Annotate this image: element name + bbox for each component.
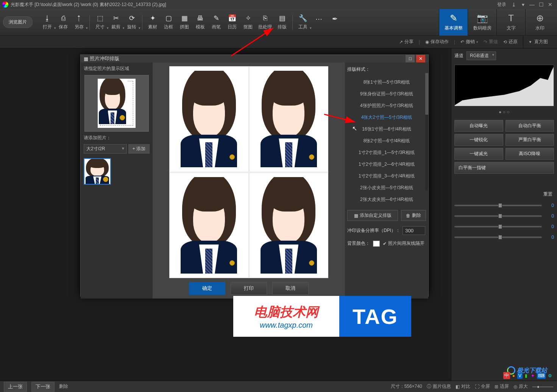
border-button[interactable]: ▢边框 xyxy=(161,14,176,30)
close-icon[interactable]: ✕ xyxy=(546,1,555,8)
ok-button[interactable]: 确定 xyxy=(189,282,225,295)
photo-thumbnail[interactable] xyxy=(84,158,111,185)
wb-pointer-button[interactable]: 白平衡一指键 xyxy=(454,162,554,174)
orig-button[interactable]: ◎原大 xyxy=(513,383,528,390)
crop-preview[interactable] xyxy=(84,75,149,132)
dialog-close-icon[interactable]: ✕ xyxy=(416,55,425,62)
fit-button[interactable]: ⊞适屏 xyxy=(495,383,509,390)
reset-button[interactable]: 重置 xyxy=(543,191,552,197)
style-item[interactable]: 4张大2寸照—5寸/3R相纸 xyxy=(347,112,426,123)
layout-sheet xyxy=(169,66,328,278)
style-item[interactable]: 8张1寸照—5寸/3R相纸 xyxy=(347,76,426,88)
chevron-down-icon[interactable]: ▼ xyxy=(529,40,532,44)
style-label: 排版样式： xyxy=(347,66,426,73)
dropper-button[interactable]: ✒ xyxy=(327,15,343,30)
style-item[interactable]: 1寸2寸混排_3—6寸/4R相纸 xyxy=(347,170,426,182)
plus-icon: ▦ xyxy=(354,213,358,218)
style-item[interactable]: 2张小皮夹照—5寸/3R相纸 xyxy=(347,182,426,194)
right-panel: 通道 RGB通道 ● ○ ○ 自动曝光 自动白平衡 一键锐化 严重白平衡 一键减… xyxy=(451,48,557,381)
reduce-light-button[interactable]: 一键减光 xyxy=(454,148,503,160)
channel-label: 通道 xyxy=(454,53,463,59)
info-button[interactable]: ⓘ图片信息 xyxy=(427,383,451,390)
tab-text[interactable]: T文字 xyxy=(496,9,525,36)
maximize-icon[interactable]: ☐ xyxy=(537,1,546,8)
tools-icon: 🔧 xyxy=(299,14,307,22)
restore-button[interactable]: ⟲还原 xyxy=(503,39,518,45)
dialog-maximize-icon[interactable]: ☐ xyxy=(406,55,415,62)
brush-button[interactable]: ✎画笔 xyxy=(208,14,224,30)
fullscreen-button[interactable]: ⛶全屏 xyxy=(475,383,490,390)
open-button[interactable]: ⭳打开 xyxy=(39,14,55,30)
style-item[interactable]: 1寸2寸混排_2—6寸/4R相纸 xyxy=(347,159,426,170)
photo-size-select[interactable]: 大2寸/2R xyxy=(84,144,127,154)
dpi-input[interactable] xyxy=(403,226,425,235)
style-item[interactable]: 9张身份证照—5寸/3R相纸 xyxy=(347,88,426,100)
minimize-icon[interactable]: — xyxy=(527,1,537,8)
browse-button[interactable]: 浏览图片 xyxy=(3,16,33,28)
bg-color-swatch[interactable] xyxy=(373,241,380,247)
rotate-button[interactable]: ⟳旋转 xyxy=(124,14,140,30)
auto-exposure-button[interactable]: 自动曝光 xyxy=(454,120,503,132)
pin-icon[interactable]: ⤓ xyxy=(509,1,518,8)
add-photo-button[interactable]: + 添加 xyxy=(128,144,150,154)
slider-1[interactable]: 0 xyxy=(454,203,554,208)
share-button[interactable]: ↗分享 xyxy=(399,39,413,45)
dropdown-icon[interactable]: ▾ xyxy=(518,1,527,8)
style-item[interactable]: 1寸2寸混排_1—5寸/3R相纸 xyxy=(347,147,426,159)
strict-wb-button[interactable]: 严重白平衡 xyxy=(506,134,554,146)
layout-button[interactable]: ▤排版 xyxy=(274,14,290,30)
collage-button[interactable]: ▦拼图 xyxy=(176,14,192,30)
next-button[interactable]: 下一张 xyxy=(31,382,55,392)
prev-button[interactable]: 上一张 xyxy=(4,382,27,392)
style-item[interactable]: 16张1寸照—6寸/4R相纸 xyxy=(347,123,426,135)
tab-basic[interactable]: ✎基本调整 xyxy=(439,9,468,36)
tab-darkroom[interactable]: 📷数码暗房 xyxy=(468,9,496,36)
undo-button[interactable]: ↶撤销▾ xyxy=(460,39,478,45)
cancel-button[interactable]: 取消 xyxy=(272,282,309,295)
slider-3[interactable]: 0 xyxy=(454,224,554,229)
slider-2[interactable]: 0 xyxy=(454,213,554,219)
template-icon: 🖶 xyxy=(196,14,204,22)
save-action-button[interactable]: ◉保存动作 xyxy=(425,39,449,45)
dropper-icon: ✒ xyxy=(331,15,339,23)
fit-icon: ⊞ xyxy=(495,384,498,389)
delete-button[interactable]: 删除 xyxy=(59,383,68,390)
add-custom-layout-button[interactable]: ▦添加自定义排版 xyxy=(347,210,398,221)
channel-select[interactable]: RGB通道 xyxy=(467,51,496,60)
size-button[interactable]: ⬚尺寸 xyxy=(92,14,108,30)
cutout-button[interactable]: ✧抠图 xyxy=(240,14,256,30)
size-icon: ⬚ xyxy=(96,14,104,22)
trash-icon: 🗑 xyxy=(406,213,410,218)
iso-button[interactable]: 高ISO降噪 xyxy=(506,148,554,160)
slider-4[interactable]: 0 xyxy=(454,235,554,240)
save-button[interactable]: ⎙保存 xyxy=(55,14,71,30)
sharpen-button[interactable]: 一键锐化 xyxy=(454,134,503,146)
rotate-icon: ⟳ xyxy=(128,14,136,22)
zoom-slider[interactable]: —●——— xyxy=(532,384,553,389)
title-bar: 光影魔术手 [D:\tools\桌面\work (2) \work (0) 素材… xyxy=(0,0,557,9)
style-item[interactable]: 4张护照照片—5寸/3R相纸 xyxy=(347,100,426,112)
cutout-icon: ✧ xyxy=(244,14,252,22)
delete-layout-button[interactable]: 🗑删除 xyxy=(401,210,426,221)
calendar-button[interactable]: 📅日历 xyxy=(224,14,240,30)
saveas-button[interactable]: ⭫另存 xyxy=(71,14,87,30)
auto-wb-button[interactable]: 自动白平衡 xyxy=(506,120,554,132)
crop-icon: ✂ xyxy=(112,14,120,22)
batch-button[interactable]: ⎘批处理 xyxy=(256,14,274,30)
more-button[interactable]: ⋯ xyxy=(311,15,327,30)
login-button[interactable]: ☺ 登录 xyxy=(494,2,509,8)
app-name: 光影魔术手 xyxy=(11,2,33,8)
print-button[interactable]: 打印 xyxy=(231,282,267,295)
style-scrollbar[interactable] xyxy=(425,73,428,190)
share-icon: ↗ xyxy=(399,39,403,45)
style-item[interactable]: 2张大皮夹照—6寸/4R相纸 xyxy=(347,194,426,205)
redo-button[interactable]: ↷重做 xyxy=(484,39,498,45)
gap-line-checkbox[interactable]: ✔照片间用灰线隔开 xyxy=(383,240,424,247)
tab-watermark[interactable]: ⊕水印 xyxy=(525,9,554,36)
material-button[interactable]: ✦素材 xyxy=(145,14,161,30)
template-button[interactable]: 🖶模板 xyxy=(192,14,208,30)
crop-button[interactable]: ✂裁剪 xyxy=(108,14,124,30)
tools-button[interactable]: 🔧工具 xyxy=(295,14,311,30)
compare-button[interactable]: ◧对比 xyxy=(456,383,470,390)
style-item[interactable]: 8张2寸照—6寸/4R相纸 xyxy=(347,135,426,147)
